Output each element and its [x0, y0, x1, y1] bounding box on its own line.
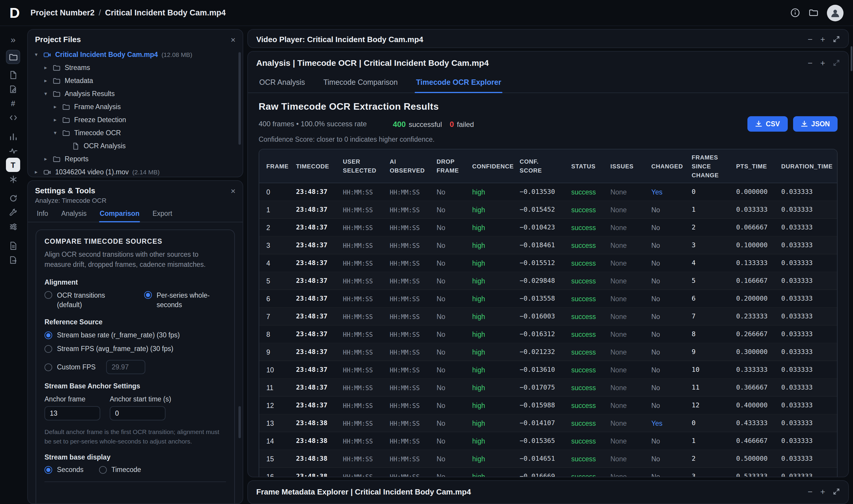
expand-sidebar-icon[interactable]: »: [6, 32, 20, 46]
chevron-right-icon[interactable]: ▸: [33, 169, 40, 175]
table-row-frame-7[interactable]: 723:48:37HH:MM:SSHH:MM:SSNohigh−0.016003…: [259, 308, 837, 325]
chevron-right-icon[interactable]: ▸: [52, 117, 59, 123]
column-header-ai-observed[interactable]: AI OBSERVED: [385, 149, 432, 183]
avatar[interactable]: [827, 4, 843, 21]
hash-icon[interactable]: #: [6, 96, 20, 110]
radio-stream-fps[interactable]: Stream FPS (avg_frame_rate) (30 fps): [45, 344, 226, 353]
tree-item-frame-analysis[interactable]: ▸Frame Analysis: [28, 100, 243, 113]
tree-item-ocr-analysis[interactable]: OCR Analysis: [28, 139, 243, 152]
close-icon[interactable]: ×: [231, 186, 235, 195]
table-row-frame-15[interactable]: 1523:48:38HH:MM:SSHH:MM:SSNohigh−0.01465…: [259, 450, 837, 468]
table-row-frame-2[interactable]: 223:48:37HH:MM:SSHH:MM:SSNohigh−0.010423…: [259, 219, 837, 237]
project-files-icon[interactable]: [6, 50, 20, 64]
radio-ocr-transitions[interactable]: OCR transitions (default): [45, 290, 144, 310]
expand-icon[interactable]: [833, 36, 840, 43]
tree-item-metadata[interactable]: ▸Metadata: [28, 74, 243, 87]
export-document-icon[interactable]: [6, 253, 20, 267]
add-panel-icon[interactable]: +: [820, 35, 825, 43]
settings-tab-analysis[interactable]: Analysis: [60, 208, 87, 222]
scrollbar[interactable]: [851, 46, 852, 71]
tree-item-timecode-ocr[interactable]: ▾Timecode OCR: [28, 126, 243, 139]
wrench-icon[interactable]: [6, 205, 20, 219]
code-icon[interactable]: [6, 110, 20, 125]
radio-per-series-whole-seconds[interactable]: Per-series whole-seconds: [144, 290, 222, 310]
analysis-tab-ocr-analysis[interactable]: OCR Analysis: [258, 73, 306, 92]
column-header-changed[interactable]: CHANGED: [646, 149, 687, 183]
document-icon[interactable]: [6, 68, 20, 82]
notes-icon[interactable]: [6, 238, 20, 253]
scrollbar[interactable]: [238, 52, 241, 145]
chevron-down-icon[interactable]: ▾: [42, 91, 49, 97]
minimize-icon[interactable]: −: [807, 58, 812, 67]
radio-stream-base-rate[interactable]: Stream base rate (r_frame_rate) (30 fps): [45, 331, 226, 339]
breadcrumb-file[interactable]: Critical Incident Body Cam.mp4: [105, 8, 226, 17]
tree-item-reports[interactable]: ▸Reports: [28, 152, 243, 165]
expand-icon[interactable]: [833, 488, 840, 495]
settings-tab-comparison[interactable]: Comparison: [99, 208, 140, 222]
column-header-frames-since-change[interactable]: FRAMES SINCE CHANGE: [687, 149, 731, 183]
settings-tab-info[interactable]: Info: [36, 208, 49, 222]
column-header-timecode[interactable]: TIMECODE: [291, 149, 338, 183]
table-row-frame-3[interactable]: 323:48:37HH:MM:SSHH:MM:SSNohigh−0.018461…: [259, 237, 837, 254]
tree-item-streams[interactable]: ▸Streams: [28, 61, 243, 74]
table-row-frame-13[interactable]: 1323:48:38HH:MM:SSHH:MM:SSNohigh−0.01410…: [259, 414, 837, 432]
scrollbar[interactable]: [238, 406, 241, 438]
column-header-pts-time[interactable]: PTS_TIME: [731, 149, 777, 183]
table-row-frame-11[interactable]: 1123:48:37HH:MM:SSHH:MM:SSNohigh−0.01707…: [259, 379, 837, 397]
table-row-frame-6[interactable]: 623:48:37HH:MM:SSHH:MM:SSNohigh−0.013558…: [259, 290, 837, 308]
csv-export-button[interactable]: CSV: [747, 116, 787, 132]
table-row-frame-14[interactable]: 1423:48:38HH:MM:SSHH:MM:SSNohigh−0.01536…: [259, 432, 837, 450]
table-row-frame-4[interactable]: 423:48:37HH:MM:SSHH:MM:SSNohigh−0.015512…: [259, 254, 837, 272]
radio-custom-fps[interactable]: Custom FPS: [45, 360, 226, 374]
table-row-frame-0[interactable]: 023:48:37HH:MM:SSHH:MM:SSNohigh−0.013530…: [259, 183, 837, 201]
settings-tab-export[interactable]: Export: [152, 208, 173, 222]
analysis-tab-timecode-comparison[interactable]: Timecode Comparison: [322, 73, 399, 92]
table-row-frame-12[interactable]: 1223:48:37HH:MM:SSHH:MM:SSNohigh−0.01598…: [259, 397, 837, 414]
table-row-frame-8[interactable]: 823:48:37HH:MM:SSHH:MM:SSNohigh−0.016312…: [259, 325, 837, 343]
add-panel-icon[interactable]: +: [820, 58, 825, 67]
table-row-frame-10[interactable]: 1023:48:37HH:MM:SSHH:MM:SSNohigh−0.01361…: [259, 361, 837, 379]
column-header-user-selected[interactable]: USER SELECTED: [338, 149, 385, 183]
tree-item-analysis-results[interactable]: ▾Analysis Results: [28, 87, 243, 100]
tree-item-critical-incident-body-cam-mp4[interactable]: ▾Critical Incident Body Cam.mp4(12.08 MB…: [28, 48, 243, 61]
chevron-right-icon[interactable]: ▸: [42, 78, 49, 84]
anchor-start-time-input[interactable]: [110, 406, 165, 420]
tree-item-freeze-detection[interactable]: ▸Freeze Detection: [28, 113, 243, 126]
column-header-confidence[interactable]: CONFIDENCE: [467, 149, 515, 183]
chevron-right-icon[interactable]: ▸: [42, 156, 49, 162]
table-row-frame-5[interactable]: 523:48:37HH:MM:SSHH:MM:SSNohigh−0.029848…: [259, 272, 837, 290]
sliders-icon[interactable]: [6, 219, 20, 234]
table-row-frame-16[interactable]: 1623:48:38HH:MM:SSHH:MM:SSNohigh−0.01666…: [259, 468, 837, 477]
column-header-drop-frame[interactable]: DROP FRAME: [432, 149, 467, 183]
asterisk-icon[interactable]: [6, 172, 20, 186]
bar-chart-icon[interactable]: [6, 129, 20, 144]
radio-seconds[interactable]: Seconds: [45, 466, 84, 474]
activity-icon[interactable]: [6, 144, 20, 158]
chevron-down-icon[interactable]: ▾: [52, 130, 59, 136]
table-row-frame-9[interactable]: 923:48:37HH:MM:SSHH:MM:SSNohigh−0.021232…: [259, 343, 837, 361]
add-panel-icon[interactable]: +: [820, 487, 825, 496]
info-icon[interactable]: [790, 8, 800, 18]
column-header-status[interactable]: STATUS: [567, 149, 606, 183]
column-header-conf-score[interactable]: CONF. SCORE: [515, 149, 567, 183]
chevron-down-icon[interactable]: ▾: [33, 52, 40, 57]
column-header-duration-time[interactable]: DURATION_TIME: [777, 149, 837, 183]
tree-item-10346204-video-1-mov[interactable]: ▸10346204 video (1).mov(2.14 MB): [28, 165, 243, 177]
column-header-frame[interactable]: FRAME: [259, 149, 291, 183]
column-header-issues[interactable]: ISSUES: [606, 149, 646, 183]
edit-document-icon[interactable]: [6, 82, 20, 96]
table-row-frame-1[interactable]: 123:48:37HH:MM:SSHH:MM:SSNohigh−0.015452…: [259, 201, 837, 219]
minimize-icon[interactable]: −: [807, 35, 812, 43]
app-logo[interactable]: D: [10, 6, 20, 20]
analysis-tab-timecode-ocr-explorer[interactable]: Timecode OCR Explorer: [415, 73, 502, 92]
chevron-right-icon[interactable]: ▸: [52, 104, 59, 110]
folder-icon[interactable]: [808, 8, 819, 18]
text-tool-icon[interactable]: T: [6, 158, 20, 172]
json-export-button[interactable]: JSON: [793, 116, 838, 132]
custom-fps-input[interactable]: [106, 360, 145, 374]
radio-timecode[interactable]: Timecode: [99, 466, 141, 474]
anchor-frame-input[interactable]: [45, 406, 100, 420]
breadcrumb-project[interactable]: Project Number2: [31, 8, 95, 17]
close-icon[interactable]: ×: [231, 35, 235, 43]
refresh-icon[interactable]: [6, 191, 20, 205]
